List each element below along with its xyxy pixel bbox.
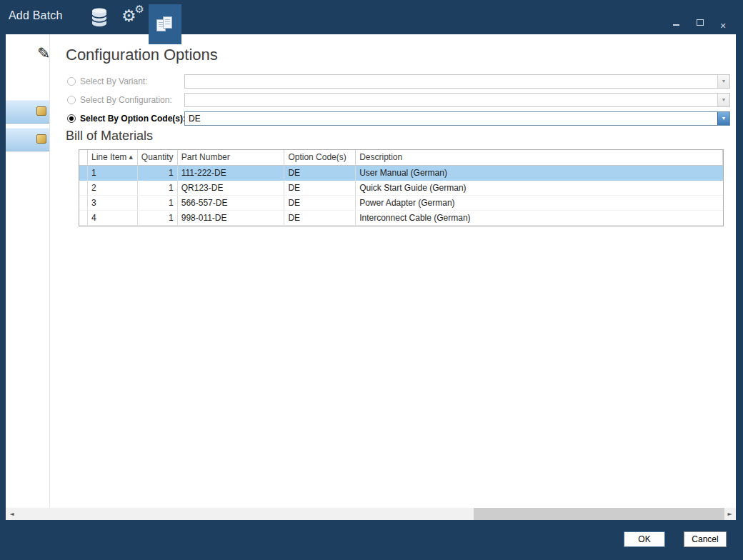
column-header-label: Line Item bbox=[91, 150, 126, 165]
configuration-combobox: ▼ bbox=[184, 93, 730, 107]
cell-part-number[interactable]: 111-222-DE bbox=[178, 166, 285, 181]
database-icon[interactable] bbox=[83, 0, 116, 34]
radio-select-by-configuration[interactable] bbox=[67, 96, 76, 104]
radio-label-option-codes[interactable]: Select By Option Code(s): bbox=[80, 111, 186, 126]
scroll-right-icon[interactable]: ► bbox=[724, 508, 736, 520]
column-header-label: Option Code(s) bbox=[288, 150, 346, 165]
documents-icon[interactable] bbox=[149, 4, 181, 44]
titlebar[interactable]: Add Batch ⚙ ⚙ bbox=[0, 0, 743, 34]
cell-option-codes[interactable]: DE bbox=[284, 211, 356, 225]
row-header[interactable] bbox=[79, 166, 88, 181]
horizontal-scrollbar[interactable]: ◄ ► bbox=[6, 508, 736, 520]
close-button[interactable]: ✕ bbox=[716, 21, 730, 32]
radio-select-by-variant[interactable] bbox=[67, 77, 76, 86]
bom-item-icon bbox=[36, 134, 46, 144]
edit-pencil-icon: ✎ bbox=[37, 44, 50, 62]
page-title: Configuration Options bbox=[66, 46, 218, 64]
option-codes-combobox-value: DE bbox=[189, 114, 201, 124]
row-header[interactable] bbox=[79, 181, 88, 195]
radio-label-configuration[interactable]: Select By Configuration: bbox=[80, 93, 172, 107]
maximize-icon bbox=[697, 19, 704, 26]
radio-select-by-option-codes[interactable] bbox=[67, 114, 76, 123]
column-header-part-number[interactable]: Part Number bbox=[178, 150, 285, 165]
dropdown-arrow-icon: ▼ bbox=[717, 94, 729, 106]
ok-button[interactable]: OK bbox=[624, 531, 665, 547]
radio-label-variant[interactable]: Select By Variant: bbox=[80, 74, 148, 89]
cell-line-item[interactable]: 3 bbox=[88, 196, 138, 210]
bom-row-1[interactable]: 1 1 111-222-DE DE User Manual (German) bbox=[79, 166, 723, 181]
variant-combobox: ▼ bbox=[184, 74, 730, 89]
column-header-label: Quantity bbox=[141, 150, 174, 165]
bom-row-3[interactable]: 3 1 566-557-DE DE Power Adapter (German) bbox=[79, 196, 723, 211]
option-codes-combobox[interactable]: DE ▼ bbox=[184, 111, 730, 126]
cell-option-codes[interactable]: DE bbox=[284, 181, 356, 195]
row-header[interactable] bbox=[79, 211, 88, 225]
bom-grid: Line Item ▲ Quantity Part Number Option … bbox=[79, 149, 724, 226]
batch-list-item-2[interactable] bbox=[6, 128, 49, 151]
dropdown-arrow-icon[interactable]: ▼ bbox=[717, 112, 729, 125]
cell-quantity[interactable]: 1 bbox=[138, 211, 178, 225]
column-header-quantity[interactable]: Quantity bbox=[138, 150, 178, 165]
option-row-option-codes: Select By Option Code(s): DE ▼ bbox=[6, 111, 736, 126]
column-header-line-item[interactable]: Line Item ▲ bbox=[88, 150, 138, 165]
row-header-stub bbox=[79, 150, 88, 165]
cell-part-number[interactable]: 998-011-DE bbox=[178, 211, 285, 225]
cell-part-number[interactable]: QR123-DE bbox=[178, 181, 285, 195]
window-controls: ✕ bbox=[664, 17, 730, 32]
sort-ascending-icon: ▲ bbox=[129, 150, 132, 165]
database-icon-graphic bbox=[91, 7, 108, 27]
column-header-label: Part Number bbox=[181, 150, 230, 165]
bom-section-title: Bill of Materials bbox=[66, 129, 153, 144]
add-batch-window: Add Batch ⚙ ⚙ bbox=[0, 0, 743, 560]
window-title: Add Batch bbox=[9, 9, 63, 22]
titlebar-toolbar: ⚙ ⚙ bbox=[83, 0, 181, 44]
cell-part-number[interactable]: 566-557-DE bbox=[178, 196, 285, 210]
cell-description[interactable]: Interconnect Cable (German) bbox=[356, 211, 723, 225]
cell-quantity[interactable]: 1 bbox=[138, 196, 178, 210]
row-header[interactable] bbox=[79, 196, 88, 210]
cell-quantity[interactable]: 1 bbox=[138, 181, 178, 195]
gears-icon[interactable]: ⚙ ⚙ bbox=[116, 0, 149, 34]
cell-description[interactable]: Power Adapter (German) bbox=[356, 196, 723, 210]
bom-row-2[interactable]: 2 1 QR123-DE DE Quick Start Guide (Germa… bbox=[79, 181, 723, 196]
cancel-button[interactable]: Cancel bbox=[684, 531, 727, 547]
cell-line-item[interactable]: 2 bbox=[88, 181, 138, 195]
cell-line-item[interactable]: 4 bbox=[88, 211, 138, 225]
option-row-variant: Select By Variant: ▼ bbox=[6, 74, 736, 89]
gears-icon-graphic: ⚙ ⚙ bbox=[121, 6, 143, 28]
scroll-left-icon[interactable]: ◄ bbox=[6, 508, 18, 520]
maximize-button[interactable] bbox=[693, 17, 707, 29]
cell-option-codes[interactable]: DE bbox=[284, 196, 356, 210]
documents-icon-graphic bbox=[156, 15, 174, 34]
bom-grid-header: Line Item ▲ Quantity Part Number Option … bbox=[79, 150, 723, 166]
bom-row-4[interactable]: 4 1 998-011-DE DE Interconnect Cable (Ge… bbox=[79, 211, 723, 226]
column-header-description[interactable]: Description bbox=[356, 150, 723, 165]
page-front-icon bbox=[163, 16, 172, 29]
scrollbar-thumb[interactable] bbox=[474, 508, 724, 520]
column-header-option-codes[interactable]: Option Code(s) bbox=[284, 150, 356, 165]
cell-line-item[interactable]: 1 bbox=[88, 166, 138, 181]
column-header-label: Description bbox=[359, 150, 402, 165]
cell-description[interactable]: User Manual (German) bbox=[356, 166, 723, 181]
option-row-configuration: Select By Configuration: ▼ bbox=[6, 93, 736, 107]
minimize-button[interactable] bbox=[669, 17, 684, 29]
cell-description[interactable]: Quick Start Guide (German) bbox=[356, 181, 723, 195]
cell-option-codes[interactable]: DE bbox=[284, 166, 356, 181]
dropdown-arrow-icon: ▼ bbox=[717, 75, 729, 88]
minimize-icon bbox=[673, 24, 679, 26]
content-panel: ✎ Configuration Options Select By Varian… bbox=[6, 34, 736, 520]
cell-quantity[interactable]: 1 bbox=[138, 166, 178, 181]
